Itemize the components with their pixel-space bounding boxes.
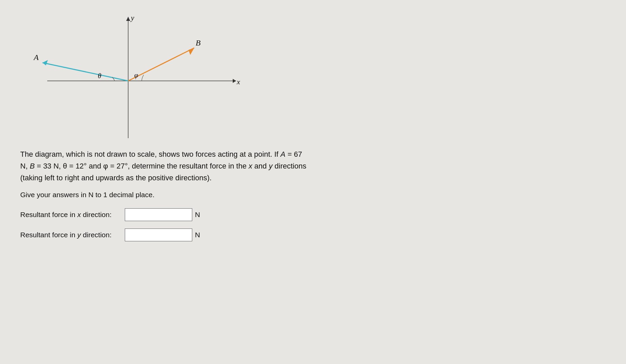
problem-text: The diagram, which is not drawn to scale… <box>20 148 310 184</box>
resultant-x-label: Resultant force in x direction: <box>20 211 125 219</box>
y-axis-label: y <box>130 13 134 22</box>
give-answers-text: Give your answers in N to 1 decimal plac… <box>20 191 324 199</box>
answer-row-y: Resultant force in y direction: N <box>20 229 324 241</box>
vector-b-label: B <box>196 38 201 47</box>
resultant-x-input[interactable] <box>125 208 192 221</box>
vector-a-label: A <box>33 53 39 62</box>
resultant-y-label: Resultant force in y direction: <box>20 231 125 239</box>
x-axis-label: x <box>236 78 240 86</box>
svg-line-4 <box>42 63 128 81</box>
diagram-area: y x A θ B φ <box>27 10 256 138</box>
phi-label: φ <box>134 71 138 79</box>
svg-marker-5 <box>42 60 48 65</box>
svg-marker-3 <box>126 17 130 21</box>
theta-label: θ <box>98 72 101 80</box>
page-container: y x A θ B φ <box>20 10 324 249</box>
svg-marker-1 <box>233 79 236 83</box>
svg-marker-7 <box>189 48 194 55</box>
unit-x-label: N <box>195 211 200 219</box>
diagram-svg: y x A θ B φ <box>27 10 256 138</box>
resultant-y-input[interactable] <box>125 229 192 241</box>
answer-row-x: Resultant force in x direction: N <box>20 208 324 221</box>
unit-y-label: N <box>195 231 200 239</box>
